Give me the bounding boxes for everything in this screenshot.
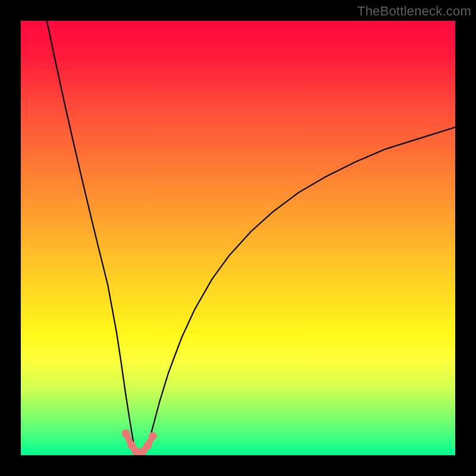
chart-stage: { "watermark": "TheBottleneck.com", "col…	[0, 0, 476, 476]
marker-dot	[122, 430, 130, 438]
marker-dot	[143, 441, 152, 450]
curve-svg-layer	[21, 21, 455, 455]
marker-group	[122, 430, 157, 456]
bottleneck-curve	[47, 21, 455, 455]
watermark-text: TheBottleneck.com	[357, 4, 471, 19]
marker-dot	[149, 432, 157, 440]
